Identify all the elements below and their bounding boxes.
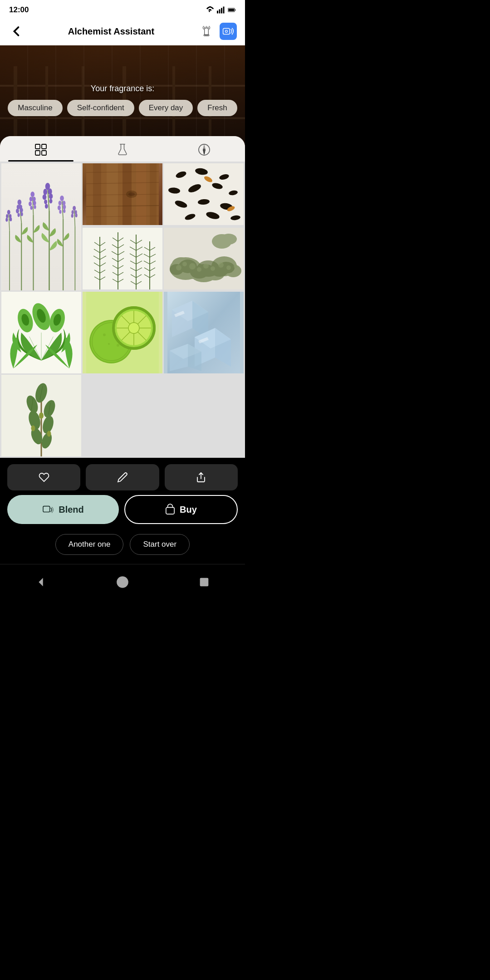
buy-button[interactable]: Buy — [124, 495, 238, 524]
cta-row: Blend Buy — [0, 495, 245, 530]
svg-point-184 — [226, 265, 231, 270]
status-icons — [206, 6, 236, 14]
flask-icon — [116, 143, 129, 156]
svg-rect-8 — [223, 29, 230, 34]
lavender-illustration — [1, 163, 81, 290]
svg-point-9 — [225, 30, 228, 33]
another-one-button[interactable]: Another one — [55, 534, 124, 555]
ingredient-lime — [83, 292, 162, 373]
svg-point-42 — [29, 201, 32, 206]
ingredient-grid — [0, 162, 245, 458]
nav-home-button[interactable] — [111, 571, 134, 593]
lime-illustration — [83, 292, 162, 373]
svg-point-228 — [39, 412, 44, 419]
svg-rect-108 — [86, 228, 159, 289]
svg-point-182 — [211, 266, 215, 271]
blend-button[interactable]: Blend — [7, 495, 119, 524]
nav-recent-button[interactable] — [193, 571, 216, 593]
diffuser-button[interactable] — [198, 23, 215, 40]
grid-icon — [34, 143, 47, 156]
status-time: 12:00 — [9, 5, 29, 15]
ingredient-wood — [83, 163, 162, 225]
svg-point-70 — [71, 214, 74, 218]
olive-illustration — [1, 375, 81, 456]
signal-icon — [217, 6, 225, 14]
buy-label: Buy — [180, 505, 197, 515]
speaker-icon — [222, 25, 234, 37]
alt-action-row: Another one Start over — [0, 530, 245, 564]
ingredient-lavender — [1, 163, 81, 290]
svg-point-230 — [47, 431, 51, 437]
bag-icon — [165, 504, 175, 515]
fragrance-tags: Masculine Self-confident Every day Fresh — [8, 100, 237, 116]
svg-point-45 — [34, 205, 36, 209]
svg-point-183 — [218, 262, 224, 268]
header: Alchemist Assistant — [0, 18, 245, 45]
svg-rect-1 — [219, 10, 220, 14]
svg-point-174 — [170, 264, 183, 275]
svg-rect-236 — [200, 578, 209, 587]
pencil-icon — [117, 472, 128, 483]
svg-rect-81 — [107, 163, 118, 225]
svg-rect-21 — [42, 151, 46, 155]
ingredient-rosemary — [83, 228, 162, 289]
ice-illustration — [164, 292, 244, 373]
svg-rect-0 — [217, 11, 218, 14]
seeds-illustration — [164, 163, 244, 225]
svg-point-34 — [20, 208, 23, 213]
nav-recent-icon — [198, 576, 211, 588]
svg-point-39 — [30, 191, 34, 197]
svg-point-78 — [10, 217, 12, 221]
svg-point-49 — [43, 189, 47, 195]
svg-point-179 — [189, 263, 196, 270]
svg-rect-20 — [35, 151, 40, 155]
tag-selfconfident: Self-confident — [67, 100, 134, 116]
page-title: Alchemist Assistant — [68, 26, 154, 37]
svg-point-55 — [45, 204, 48, 209]
svg-point-77 — [5, 218, 8, 222]
geranium-illustration — [1, 292, 81, 373]
nav-back-icon — [34, 576, 47, 588]
wifi-icon — [206, 6, 214, 14]
svg-point-71 — [75, 213, 77, 217]
svg-point-58 — [60, 196, 64, 201]
tab-compass[interactable] — [163, 136, 245, 162]
svg-point-40 — [29, 197, 33, 202]
back-arrow-icon — [8, 23, 24, 39]
speaker-button[interactable] — [220, 23, 237, 40]
svg-point-178 — [182, 262, 187, 266]
svg-point-63 — [59, 210, 61, 214]
svg-rect-6 — [205, 28, 209, 35]
svg-point-35 — [18, 213, 20, 217]
svg-point-91 — [128, 192, 135, 196]
svg-rect-5 — [228, 9, 234, 11]
svg-point-204 — [108, 343, 110, 345]
edit-button[interactable] — [86, 464, 159, 490]
diffuser-icon — [201, 25, 212, 37]
status-bar: 12:00 — [0, 0, 245, 18]
ingredient-seeds — [164, 163, 244, 225]
tab-bar — [0, 136, 245, 162]
svg-point-54 — [49, 199, 53, 204]
action-row — [0, 458, 245, 495]
nav-back-button[interactable] — [29, 571, 52, 593]
svg-rect-232 — [43, 506, 50, 512]
svg-marker-25 — [203, 145, 205, 150]
ingredient-ice — [164, 292, 244, 373]
ingredient-geranium — [1, 292, 81, 373]
svg-point-59 — [59, 201, 62, 206]
svg-point-181 — [203, 263, 209, 269]
start-over-button[interactable]: Start over — [130, 534, 190, 555]
svg-rect-233 — [166, 507, 174, 514]
svg-point-33 — [16, 209, 19, 214]
like-button[interactable] — [7, 464, 80, 490]
svg-point-64 — [63, 209, 65, 213]
tab-grid[interactable] — [0, 136, 82, 162]
svg-rect-2 — [221, 8, 222, 14]
ingredient-moss — [164, 228, 244, 289]
share-button[interactable] — [165, 464, 238, 490]
svg-point-52 — [49, 194, 53, 199]
battery-icon — [228, 6, 236, 14]
tab-flask[interactable] — [82, 136, 163, 162]
back-button[interactable] — [8, 23, 24, 39]
